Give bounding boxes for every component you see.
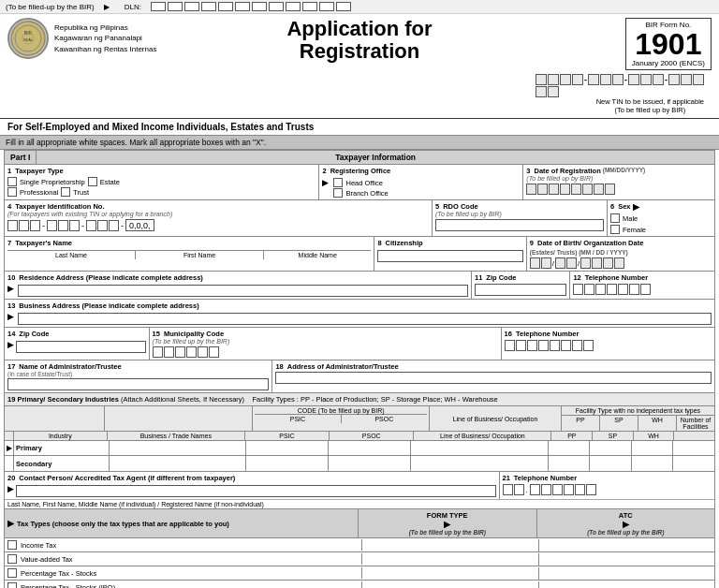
tin-s3[interactable] (30, 220, 40, 231)
pb16-5[interactable] (550, 340, 560, 351)
dln-box-4[interactable] (201, 2, 216, 11)
tin-new-9[interactable] (640, 74, 652, 85)
field11-input[interactable] (475, 284, 566, 296)
tin-s1[interactable] (7, 220, 18, 231)
tin-s5[interactable] (58, 220, 68, 231)
dln-box-10[interactable] (302, 2, 317, 11)
dln-box-12[interactable] (336, 2, 351, 11)
pct-stocks-form-type[interactable] (362, 567, 539, 580)
dln-box-11[interactable] (319, 2, 334, 11)
dln-box-8[interactable] (269, 2, 284, 11)
primary-sp[interactable] (590, 441, 632, 455)
tin-new-1[interactable] (536, 74, 547, 85)
primary-num[interactable] (673, 441, 714, 455)
vat-atc[interactable] (539, 553, 715, 566)
date-box-5[interactable] (571, 184, 581, 195)
income-form-type[interactable] (362, 539, 539, 551)
secondary-wh[interactable] (632, 456, 674, 471)
tin-new-10[interactable] (653, 74, 664, 85)
tin-new-12[interactable] (681, 74, 692, 85)
field5-input[interactable] (435, 219, 604, 231)
income-atc[interactable] (539, 539, 715, 551)
pb16-1[interactable] (505, 340, 515, 351)
tin-new-8[interactable] (628, 74, 639, 85)
tin-s6[interactable] (69, 220, 80, 231)
mc3[interactable] (175, 346, 185, 358)
dob-7[interactable] (603, 257, 613, 269)
checkbox-pct-stocks[interactable] (7, 568, 17, 578)
checkbox-trust[interactable] (61, 187, 70, 197)
field14-input[interactable] (16, 341, 146, 353)
dob-5[interactable] (580, 257, 591, 269)
tin-new-3[interactable] (560, 74, 571, 85)
date-box-8[interactable] (605, 184, 615, 195)
secondary-num[interactable] (673, 456, 714, 471)
pb16-3[interactable] (527, 340, 537, 351)
checkbox-vat[interactable] (7, 554, 17, 564)
tin-s4[interactable] (47, 220, 57, 231)
pb21-7[interactable] (575, 484, 585, 495)
checkbox-single-prop[interactable] (7, 177, 17, 186)
checkbox-pct-ipo[interactable] (7, 582, 17, 588)
pb12-2[interactable] (584, 284, 594, 295)
primary-line[interactable] (411, 441, 548, 455)
checkbox-male[interactable] (610, 213, 620, 223)
field20-input[interactable] (16, 485, 496, 497)
tin-s8[interactable] (97, 220, 108, 231)
pb16-8[interactable] (583, 340, 594, 351)
primary-wh[interactable] (632, 441, 674, 455)
pb21-6[interactable] (564, 484, 574, 495)
tin-new-4[interactable] (572, 74, 583, 85)
field8-input[interactable] (377, 250, 522, 262)
pct-ipo-atc[interactable] (539, 581, 715, 589)
dob-3[interactable] (555, 257, 565, 269)
dob-4[interactable] (566, 257, 577, 269)
pb12-4[interactable] (607, 284, 617, 295)
tin-s9[interactable] (109, 220, 119, 231)
checkbox-income[interactable] (7, 540, 17, 550)
pb12-5[interactable] (618, 284, 628, 295)
pct-stocks-atc[interactable] (539, 567, 715, 580)
field17-input[interactable] (7, 378, 269, 390)
vat-form-type[interactable] (362, 553, 539, 566)
primary-psic[interactable] (246, 441, 329, 455)
pb12-6[interactable] (629, 284, 639, 295)
field10-input[interactable] (18, 285, 468, 297)
pb21-8[interactable] (586, 484, 596, 495)
pb21-3[interactable] (530, 484, 540, 495)
date-box-4[interactable] (560, 184, 570, 195)
pb21-2[interactable] (514, 484, 524, 495)
mc4[interactable] (186, 346, 197, 358)
dln-box-7[interactable] (252, 2, 267, 11)
field18-input[interactable] (275, 372, 712, 384)
tin-new-7[interactable] (612, 74, 624, 85)
secondary-line[interactable] (411, 456, 548, 471)
secondary-sp[interactable] (590, 456, 632, 471)
mc2[interactable] (164, 346, 174, 358)
pb16-4[interactable] (538, 340, 549, 351)
secondary-psoc[interactable] (329, 456, 411, 471)
tin-s2[interactable] (19, 220, 29, 231)
primary-psoc[interactable] (329, 441, 411, 455)
date-box-1[interactable] (526, 184, 536, 195)
dob-1[interactable] (530, 257, 540, 269)
mc1[interactable] (153, 346, 163, 358)
dln-box-6[interactable] (235, 2, 250, 11)
checkbox-professional[interactable] (7, 187, 17, 197)
pb12-3[interactable] (595, 284, 606, 295)
pct-ipo-form-type[interactable] (362, 581, 539, 589)
field13-input[interactable] (18, 313, 712, 325)
pb21-4[interactable] (541, 484, 551, 495)
primary-pp[interactable] (549, 441, 591, 455)
dln-box-5[interactable] (218, 2, 233, 11)
date-box-6[interactable] (582, 184, 593, 195)
pb16-7[interactable] (572, 340, 582, 351)
dln-box-1[interactable] (151, 2, 166, 11)
tin-new-11[interactable] (668, 74, 680, 85)
tin-new-14[interactable] (536, 86, 547, 97)
mc6[interactable] (209, 346, 219, 358)
checkbox-estate[interactable] (88, 177, 97, 186)
pb12-7[interactable] (640, 284, 651, 295)
dln-box-9[interactable] (286, 2, 301, 11)
dln-box-2[interactable] (168, 2, 183, 11)
